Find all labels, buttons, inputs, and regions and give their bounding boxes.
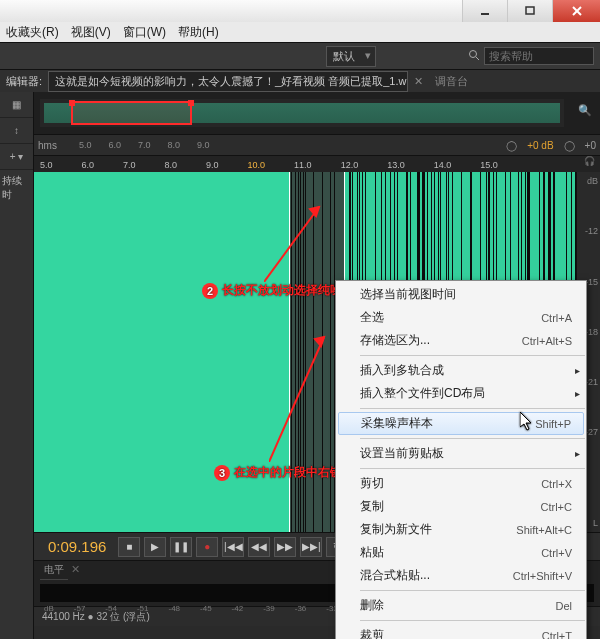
window-titlebar [0,0,600,22]
svg-line-10 [269,337,324,462]
tool-button-2[interactable]: ↕ [0,118,33,144]
menu-item[interactable]: 混合式粘贴...Ctrl+Shift+V [336,564,586,587]
gain-db-label: +0 dB [527,140,553,151]
mixer-tab[interactable]: 调音台 [429,72,474,91]
menu-item[interactable]: 复制Ctrl+C [336,495,586,518]
annotation-3: 3在选中的片段中右键 [214,464,342,481]
timeline-ruler[interactable]: 5.06.07.0 8.09.010.0 11.012.013.0 14.015… [34,156,600,172]
menu-item[interactable]: 粘贴Ctrl+V [336,541,586,564]
magnify-icon[interactable]: 🔍 [578,104,592,117]
svg-line-5 [476,57,479,60]
file-info-bar: 编辑器: 这就是如今短视频的影响力，太令人震撼了！_好看视频 音频已提取_1.w… [0,70,600,92]
waveform-overview[interactable]: 🔍 [34,92,600,134]
window-minimize-button[interactable] [462,0,507,22]
phase-knob[interactable]: ◯ [564,140,575,151]
overview-ticks: 5.06.07.08.09.0 [67,140,496,150]
menu-item[interactable]: 全选Ctrl+A [336,306,586,329]
menu-item[interactable]: 采集噪声样本Shift+P [338,412,584,435]
menu-item[interactable]: 删除Del [336,594,586,617]
left-tool-column: ▦ ↕ + ▾ 持续时 [0,92,34,639]
search-icon [468,49,480,63]
record-button[interactable]: ● [196,537,218,557]
phase-label: +0 [585,140,596,151]
close-file-icon[interactable]: ✕ [414,75,423,88]
menu-item[interactable]: 选择当前视图时间 [336,283,586,306]
rewind-button[interactable]: ◀◀ [248,537,270,557]
svg-rect-1 [526,7,534,14]
selection-handle-right[interactable] [188,100,194,106]
menu-item[interactable]: 剪切Ctrl+X [336,472,586,495]
top-toolbar: 默认 [0,42,600,70]
window-maximize-button[interactable] [507,0,552,22]
mouse-cursor-icon [520,412,534,434]
menu-item[interactable]: 裁剪Ctrl+T [336,624,586,639]
gain-bar: hms 5.06.07.08.09.0 ◯ +0 dB ◯ +0 [34,134,600,156]
pause-button[interactable]: ❚❚ [170,537,192,557]
hold-time-label: 持续时 [0,170,33,206]
menu-item[interactable]: 插入整个文件到CD布局 [336,382,586,405]
window-close-button[interactable] [552,0,600,22]
svg-point-4 [470,51,477,58]
skip-start-button[interactable]: |◀◀ [222,537,244,557]
skip-end-button[interactable]: ▶▶| [300,537,322,557]
editor-prefix: 编辑器: [6,74,42,89]
selection-handle-left[interactable] [69,100,75,106]
workspace-preset-dropdown[interactable]: 默认 [326,46,376,67]
svg-line-8 [264,207,319,282]
menu-item[interactable]: 复制为新文件Shift+Alt+C [336,518,586,541]
menu-window[interactable]: 窗口(W) [123,24,166,41]
context-menu: 选择当前视图时间全选Ctrl+A存储选区为...Ctrl+Alt+S插入到多轨合… [335,280,587,639]
file-dropdown[interactable]: 这就是如今短视频的影响力，太令人震撼了！_好看视频 音频已提取_1.wav [48,71,408,92]
menu-view[interactable]: 视图(V) [71,24,111,41]
forward-button[interactable]: ▶▶ [274,537,296,557]
gain-knob[interactable]: ◯ [506,140,517,151]
ruler-unit: hms [38,140,57,151]
menubar: 收藏夹(R) 视图(V) 窗口(W) 帮助(H) [0,22,600,42]
level-label: 电平 [40,563,68,580]
tool-button-add[interactable]: + ▾ [0,144,33,170]
annotation-2: 2长按不放划动选择纯噪音 [202,282,354,299]
menu-item[interactable]: 设置当前剪贴板 [336,442,586,465]
svg-marker-11 [315,337,324,346]
menu-favorites[interactable]: 收藏夹(R) [6,24,59,41]
svg-marker-9 [310,207,319,216]
menu-item[interactable]: 插入到多轨合成 [336,359,586,382]
help-search-input[interactable] [484,47,594,65]
overview-selection-box[interactable] [71,101,192,125]
tool-button-1[interactable]: ▦ [0,92,33,118]
headphone-icon[interactable]: 🎧 [584,156,596,166]
stop-button[interactable]: ■ [118,537,140,557]
menu-item[interactable]: 存储选区为...Ctrl+Alt+S [336,329,586,352]
play-button[interactable]: ▶ [144,537,166,557]
svg-marker-12 [520,412,531,430]
timecode-display: 0:09.196 [40,534,114,559]
menu-help[interactable]: 帮助(H) [178,24,219,41]
